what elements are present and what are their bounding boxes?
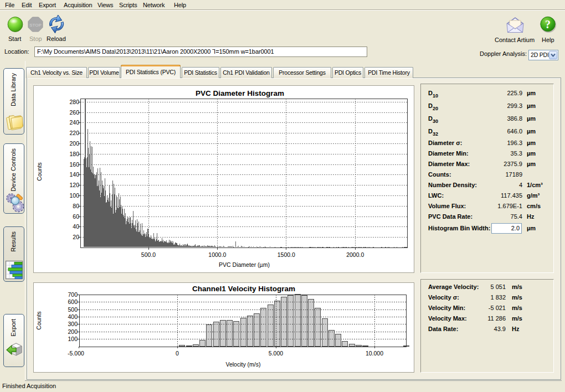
- svg-text:500: 500: [68, 306, 78, 313]
- svg-text:220: 220: [69, 130, 79, 136]
- svg-text:60: 60: [73, 213, 79, 220]
- svg-text:5.000: 5.000: [269, 350, 283, 357]
- svg-text:?: ?: [545, 18, 551, 30]
- svg-text:300: 300: [68, 321, 78, 327]
- svg-text:40: 40: [73, 223, 79, 230]
- svg-text:140: 140: [69, 171, 79, 178]
- svg-text:100: 100: [68, 336, 78, 342]
- svg-text:1000.0: 1000.0: [208, 251, 226, 258]
- svg-text:Counts: Counts: [36, 162, 43, 180]
- svg-text:700: 700: [68, 291, 78, 298]
- svg-text:200: 200: [69, 140, 79, 147]
- svg-text:0: 0: [176, 350, 179, 357]
- svg-text:Counts: Counts: [35, 311, 42, 329]
- svg-text:180: 180: [69, 151, 79, 157]
- svg-text:260: 260: [69, 109, 79, 116]
- svg-text:400: 400: [68, 313, 78, 320]
- svg-text:240: 240: [69, 119, 79, 126]
- svg-text:10.000: 10.000: [366, 350, 383, 357]
- svg-text:-5.000: -5.000: [68, 350, 84, 357]
- svg-text:280: 280: [69, 99, 79, 105]
- svg-text:80: 80: [73, 203, 79, 209]
- svg-text:100: 100: [69, 192, 79, 199]
- svg-text:200: 200: [68, 328, 78, 335]
- svg-text:160: 160: [69, 161, 79, 168]
- svg-text:20: 20: [73, 234, 79, 240]
- svg-text:120: 120: [69, 182, 79, 188]
- svg-text:2000.0: 2000.0: [346, 251, 364, 258]
- svg-text:STOP: STOP: [29, 23, 42, 28]
- svg-text:PVC Diameter (µm): PVC Diameter (µm): [219, 261, 270, 268]
- svg-text:500.0: 500.0: [141, 251, 156, 258]
- svg-text:Velocity (m/s): Velocity (m/s): [225, 361, 260, 368]
- svg-text:1500.0: 1500.0: [278, 251, 295, 258]
- svg-text:600: 600: [68, 298, 78, 305]
